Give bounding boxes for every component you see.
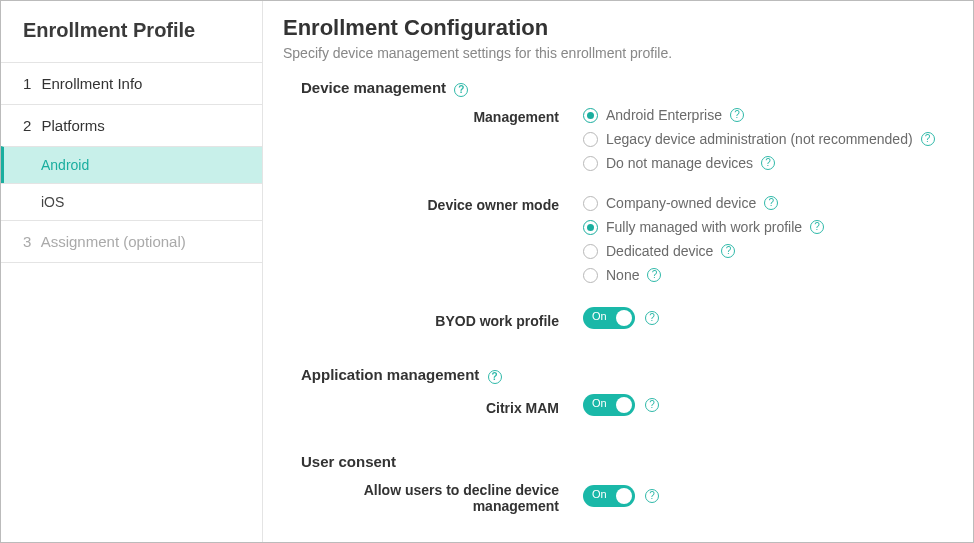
section-application-management: Application management	[301, 366, 947, 384]
radio-do-not-manage[interactable]: Do not manage devices	[583, 155, 947, 171]
radio-label: Fully managed with work profile	[606, 219, 802, 235]
label-management: Management	[283, 107, 583, 125]
step-number: 3	[23, 233, 31, 250]
owner-mode-radio-group: Company-owned device Fully managed with …	[583, 195, 947, 283]
sidebar: Enrollment Profile 1 Enrollment Info 2 P…	[1, 1, 263, 542]
section-device-management: Device management	[301, 79, 947, 97]
toggle-knob	[616, 397, 632, 413]
toggle-byod[interactable]: On	[583, 307, 635, 329]
radio-label: Company-owned device	[606, 195, 756, 211]
toggle-citrix-mam[interactable]: On	[583, 394, 635, 416]
help-icon[interactable]	[645, 311, 659, 325]
radio-input[interactable]	[583, 132, 598, 147]
help-icon[interactable]	[730, 108, 744, 122]
help-icon[interactable]	[764, 196, 778, 210]
label-allow-decline: Allow users to decline device management	[283, 480, 583, 514]
radio-company-owned[interactable]: Company-owned device	[583, 195, 947, 211]
step-label: Platforms	[42, 117, 105, 134]
help-icon[interactable]	[761, 156, 775, 170]
page-title: Enrollment Configuration	[283, 15, 947, 41]
label-device-owner-mode: Device owner mode	[283, 195, 583, 213]
help-icon[interactable]	[488, 370, 502, 384]
label-byod-work-profile: BYOD work profile	[283, 311, 583, 329]
radio-label: Dedicated device	[606, 243, 713, 259]
help-icon[interactable]	[645, 489, 659, 503]
toggle-state: On	[592, 397, 607, 409]
step-platforms[interactable]: 2 Platforms	[1, 104, 262, 146]
substep-ios[interactable]: iOS	[1, 183, 262, 220]
step-assignment[interactable]: 3 Assignment (optional)	[1, 220, 262, 263]
help-icon[interactable]	[721, 244, 735, 258]
radio-dedicated-device[interactable]: Dedicated device	[583, 243, 947, 259]
step-enrollment-info[interactable]: 1 Enrollment Info	[1, 62, 262, 104]
substep-android[interactable]: Android	[1, 146, 262, 183]
toggle-allow-decline[interactable]: On	[583, 485, 635, 507]
main-content: Enrollment Configuration Specify device …	[263, 1, 973, 542]
radio-input[interactable]	[583, 196, 598, 211]
help-icon[interactable]	[645, 398, 659, 412]
radio-none[interactable]: None	[583, 267, 947, 283]
radio-label: Do not manage devices	[606, 155, 753, 171]
toggle-knob	[616, 310, 632, 326]
radio-input[interactable]	[583, 244, 598, 259]
radio-label: Android Enterprise	[606, 107, 722, 123]
management-radio-group: Android Enterprise Legacy device adminis…	[583, 107, 947, 171]
section-user-consent: User consent	[301, 453, 947, 470]
help-icon[interactable]	[647, 268, 661, 282]
substep-label: iOS	[41, 194, 64, 210]
toggle-knob	[616, 488, 632, 504]
toggle-state: On	[592, 310, 607, 322]
help-icon[interactable]	[921, 132, 935, 146]
radio-input[interactable]	[583, 156, 598, 171]
page-subtitle: Specify device management settings for t…	[283, 45, 947, 61]
radio-input[interactable]	[583, 108, 598, 123]
radio-legacy-admin[interactable]: Legacy device administration (not recomm…	[583, 131, 947, 147]
radio-fully-managed[interactable]: Fully managed with work profile	[583, 219, 947, 235]
help-icon[interactable]	[810, 220, 824, 234]
radio-android-enterprise[interactable]: Android Enterprise	[583, 107, 947, 123]
radio-label: Legacy device administration (not recomm…	[606, 131, 913, 147]
help-icon[interactable]	[454, 83, 468, 97]
radio-label: None	[606, 267, 639, 283]
step-label: Enrollment Info	[42, 75, 143, 92]
substep-label: Android	[41, 157, 89, 173]
step-label: Assignment (optional)	[41, 233, 186, 250]
radio-input[interactable]	[583, 220, 598, 235]
toggle-state: On	[592, 488, 607, 500]
step-number: 1	[23, 75, 31, 92]
step-number: 2	[23, 117, 31, 134]
radio-input[interactable]	[583, 268, 598, 283]
sidebar-title: Enrollment Profile	[1, 1, 262, 62]
label-citrix-mam: Citrix MAM	[283, 398, 583, 416]
